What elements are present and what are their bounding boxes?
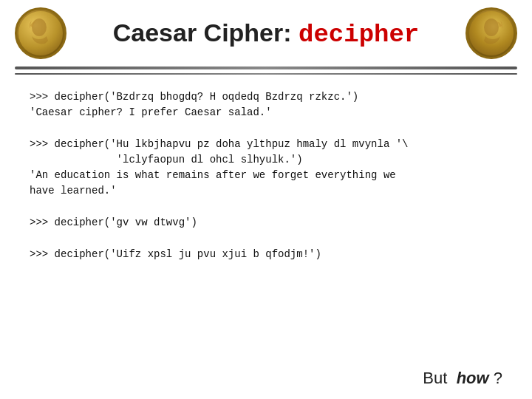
coin-face-right [469, 11, 514, 55]
footer-question: ? [494, 369, 502, 387]
coin-left [15, 7, 66, 59]
page: Caesar Cipher: decipher >>> decipher('Bz… [0, 0, 532, 399]
output-line-1: 'Caesar cipher? I prefer Caesar salad.' [30, 105, 502, 120]
prompt-line-2b: 'lclyfaopun dl ohcl slhyulk.') [30, 152, 502, 168]
prompt-line-1: >>> decipher('Bzdrzq bhogdq? H oqdedq Bz… [30, 89, 502, 105]
title-plain: Caesar Cipher: [113, 18, 299, 47]
svg-point-2 [484, 18, 499, 36]
header-divider-thick [15, 66, 517, 69]
content-area: >>> decipher('Bzdrzq bhogdq? H oqdedq Bz… [0, 82, 532, 286]
prompt-line-3: >>> decipher('gv vw dtwvg') [30, 215, 502, 231]
coin-right [466, 7, 517, 59]
code-block-2: >>> decipher('Hu lkbjhapvu pz doha ylthp… [30, 137, 502, 199]
code-block-4: >>> decipher('Uifz xpsl ju pvu xjui b qf… [30, 247, 502, 262]
code-block-1: >>> decipher('Bzdrzq bhogdq? H oqdedq Bz… [30, 89, 502, 120]
header-divider-thin [15, 73, 517, 75]
header: Caesar Cipher: decipher [0, 0, 532, 66]
footer-how: how [457, 369, 489, 387]
title-code: decipher [299, 21, 419, 49]
footer-but: But [423, 369, 447, 387]
header-title: Caesar Cipher: decipher [66, 18, 466, 49]
svg-point-1 [32, 18, 47, 36]
code-block-3: >>> decipher('gv vw dtwvg') [30, 215, 502, 231]
output-line-2a: 'An education is what remains after we f… [30, 168, 502, 183]
footer: But how ? [423, 369, 502, 388]
header-title-area: Caesar Cipher: decipher [66, 18, 466, 49]
prompt-line-4: >>> decipher('Uifz xpsl ju pvu xjui b qf… [30, 247, 502, 262]
coin-face-left [18, 11, 63, 55]
output-line-2b: have learned.' [30, 183, 502, 199]
prompt-line-2a: >>> decipher('Hu lkbjhapvu pz doha ylthp… [30, 137, 502, 152]
